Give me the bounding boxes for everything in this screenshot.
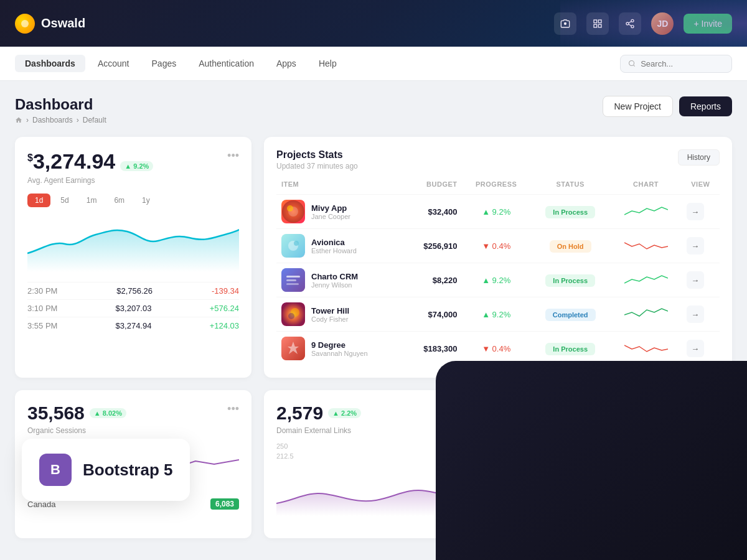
mini-chart-4: [624, 306, 668, 321]
nav-account[interactable]: Account: [88, 55, 139, 72]
project-row-4: Tower Hill Cody Fisher $74,000 ▲ 9.2% Co…: [276, 297, 720, 332]
projects-updated: Updated 37 minutes ago: [276, 162, 358, 170]
country-value: 6,083: [210, 498, 239, 510]
external-links-card: 2,579 ▲ 2.2% Domain External Links ••• 2…: [264, 390, 476, 538]
status-badge-1: In Process: [545, 206, 595, 218]
time-filters: 1d 5d 1m 6m 1y: [27, 194, 239, 207]
reports-button[interactable]: Reports: [679, 96, 732, 116]
col-status: STATUS: [530, 180, 611, 195]
social-more-icon[interactable]: •••: [708, 403, 720, 416]
svg-rect-19: [286, 279, 296, 281]
links-number: 2,579: [276, 403, 323, 424]
svg-rect-0: [594, 20, 597, 23]
nav-authentication[interactable]: Authentication: [189, 55, 264, 72]
search-box: [620, 55, 732, 73]
social-dribbble: D Dribbble Community 579 ▲ 2.6%: [500, 444, 720, 464]
col-item: ITEM: [276, 180, 404, 195]
page-title: Dashboard: [15, 96, 106, 113]
share-icon[interactable]: [619, 12, 641, 35]
view-button-5[interactable]: →: [687, 340, 704, 357]
social-linkedin: in Linked In Social Media 1,088 ▼ 0.4%: [500, 471, 720, 491]
project-row-5: 9 Degree Savannah Nguyen $183,300 ▼ 0.4%…: [276, 332, 720, 366]
earnings-card: $3,274.94 ▲ 9.2% Avg. Agent Earnings •••…: [15, 137, 251, 378]
status-badge-3: In Process: [545, 274, 595, 287]
organic-number: 35,568: [27, 403, 85, 424]
filter-5d[interactable]: 5d: [53, 194, 76, 207]
filter-1m[interactable]: 1m: [79, 194, 105, 207]
svg-point-9: [629, 60, 634, 65]
svg-rect-1: [599, 20, 602, 23]
new-project-button[interactable]: New Project: [603, 96, 673, 117]
bootstrap-icon: B: [39, 454, 72, 486]
home-icon: [15, 116, 22, 124]
col-budget: BUDGET: [404, 180, 462, 195]
links-badge: ▲ 2.2%: [328, 408, 361, 418]
history-button[interactable]: History: [678, 149, 720, 166]
navbar: Dashboards Account Pages Authentication …: [0, 47, 747, 81]
svg-rect-18: [286, 276, 300, 278]
mini-chart-3: [624, 272, 668, 287]
breadcrumb-dashboards[interactable]: Dashboards: [32, 116, 73, 124]
status-badge-2: On Hold: [550, 240, 591, 253]
links-chart: 250 212.5: [276, 442, 463, 518]
status-badge-5: In Process: [545, 343, 595, 355]
proj-icon-1: [281, 200, 305, 223]
nav-apps[interactable]: Apps: [266, 55, 306, 72]
col-view: VIEW: [682, 180, 720, 195]
svg-line-7: [629, 24, 632, 26]
social-slack: S Slack Community 794 ▲ 0.2%: [500, 498, 720, 518]
svg-rect-3: [599, 24, 602, 27]
svg-line-10: [633, 65, 634, 66]
svg-point-23: [288, 313, 294, 319]
view-button-2[interactable]: →: [687, 237, 704, 254]
top-cards-row: $3,274.94 ▲ 9.2% Avg. Agent Earnings •••…: [15, 137, 732, 378]
dribbble-icon: D: [500, 444, 520, 464]
earnings-more-icon[interactable]: •••: [227, 149, 239, 162]
projects-table: ITEM BUDGET PROGRESS STATUS CHART VIEW: [276, 180, 720, 365]
social-card: 5,037 ▲ 2.2% Visits by Social Networks •…: [488, 390, 732, 538]
page-header: Dashboard › Dashboards › Default New Pro…: [15, 96, 732, 124]
nav-pages[interactable]: Pages: [142, 55, 187, 72]
earnings-row-3: 3:55 PM $3,274.94 +124.03: [27, 317, 239, 334]
page-actions: New Project Reports: [603, 96, 733, 117]
status-badge-4: Completed: [545, 309, 596, 321]
earnings-row-2: 3:10 PM $3,207.03 +576.24: [27, 299, 239, 317]
topbar: Oswald JD + Invite: [0, 0, 747, 47]
svg-point-16: [294, 241, 299, 246]
layout-icon[interactable]: [586, 12, 609, 35]
logo-icon: [15, 14, 35, 34]
invite-button[interactable]: + Invite: [684, 14, 732, 34]
filter-6m[interactable]: 6m: [106, 194, 132, 207]
organic-label: Organic Sessions: [27, 426, 126, 435]
view-button-4[interactable]: →: [687, 306, 704, 323]
logo-area: Oswald: [15, 14, 85, 34]
svg-point-4: [631, 19, 634, 22]
avatar[interactable]: JD: [651, 12, 674, 35]
svg-rect-20: [286, 283, 299, 285]
social-label: Visits by Social Networks: [500, 426, 585, 435]
proj-icon-5: [281, 337, 305, 360]
mini-chart-1: [624, 203, 668, 218]
links-more-icon[interactable]: •••: [451, 403, 463, 416]
project-row-3: Charto CRM Jenny Wilson $8,220 ▲ 9.2% In…: [276, 263, 720, 297]
earnings-row-1: 2:30 PM $2,756.26 -139.34: [27, 282, 239, 299]
project-row-1: Mivy App Jane Cooper $32,400 ▲ 9.2% In P…: [276, 195, 720, 229]
view-button-1[interactable]: →: [687, 203, 704, 220]
camera-icon[interactable]: [554, 12, 576, 35]
proj-icon-3: [281, 268, 305, 292]
filter-1d[interactable]: 1d: [27, 194, 50, 207]
view-button-3[interactable]: →: [687, 271, 704, 289]
organic-more-icon[interactable]: •••: [227, 403, 239, 416]
svg-point-5: [626, 22, 629, 25]
filter-1y[interactable]: 1y: [134, 194, 157, 207]
search-input[interactable]: [641, 59, 724, 68]
projects-header: Projects Stats Updated 37 minutes ago Hi…: [276, 149, 720, 170]
nav-help[interactable]: Help: [309, 55, 347, 72]
bootstrap-label: Bootstrap 5: [83, 460, 172, 480]
earnings-badge: ▲ 9.2%: [120, 161, 153, 171]
proj-icon-4: [281, 302, 305, 326]
search-icon: [628, 59, 636, 68]
social-badge: ▲ 2.2%: [552, 408, 585, 418]
breadcrumb: › Dashboards › Default: [15, 116, 106, 124]
nav-dashboards[interactable]: Dashboards: [15, 55, 85, 72]
